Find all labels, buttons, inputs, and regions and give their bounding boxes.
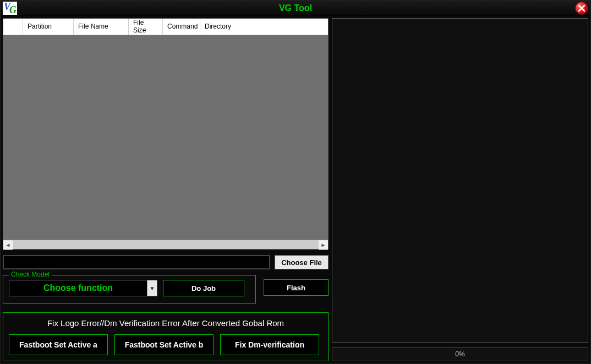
scroll-track[interactable] (13, 240, 319, 249)
fix-panel: Fix Logo Error//Dm Verification Error Af… (3, 312, 329, 361)
app-logo: VG (3, 2, 17, 15)
fix-title: Fix Logo Error//Dm Verification Error Af… (9, 318, 322, 328)
fastboot-active-a-button[interactable]: Fastboot Set Active a (9, 334, 108, 355)
file-table: Partition File Name File Size Command Di… (3, 18, 329, 250)
left-panel: Partition File Name File Size Command Di… (3, 18, 329, 361)
col-filesize[interactable]: File Size (129, 19, 163, 35)
chevron-down-icon[interactable]: ▼ (147, 280, 157, 296)
scroll-left-icon[interactable]: ◄ (3, 240, 13, 250)
flash-button[interactable]: Flash (264, 279, 329, 296)
window-title: VG Tool (279, 3, 312, 13)
fix-dm-verification-button[interactable]: Fix Dm-verification (220, 334, 319, 355)
do-job-button[interactable]: Do Job (163, 280, 244, 296)
progress-bar: 0% (332, 347, 588, 361)
scroll-right-icon[interactable]: ► (319, 240, 328, 250)
titlebar: VG VG Tool (1, 1, 590, 16)
scroll-thumb[interactable] (13, 240, 319, 249)
table-body (3, 35, 328, 240)
col-directory[interactable]: Directory (200, 19, 328, 35)
function-dropdown[interactable]: Choose function ▼ (9, 280, 157, 296)
table-header: Partition File Name File Size Command Di… (3, 19, 328, 35)
choose-file-button[interactable]: Choose File (275, 255, 329, 269)
check-model-legend: Check Model (9, 271, 52, 278)
col-partition[interactable]: Partition (23, 19, 74, 35)
close-button[interactable] (575, 2, 588, 15)
check-model-group: Check Model Choose function ▼ Do Job (3, 275, 256, 304)
right-panel: 0% (332, 18, 588, 361)
progress-label: 0% (455, 350, 464, 358)
function-dropdown-label: Choose function (9, 280, 147, 296)
fastboot-active-b-button[interactable]: Fastboot Set Active b (114, 334, 214, 355)
close-icon (578, 4, 585, 12)
col-command[interactable]: Command (163, 19, 200, 35)
log-output[interactable] (332, 18, 588, 343)
col-filename[interactable]: File Name (74, 19, 129, 35)
col-blank[interactable] (3, 19, 23, 35)
file-path-input[interactable] (3, 255, 270, 269)
horizontal-scrollbar[interactable]: ◄ ► (3, 240, 328, 249)
